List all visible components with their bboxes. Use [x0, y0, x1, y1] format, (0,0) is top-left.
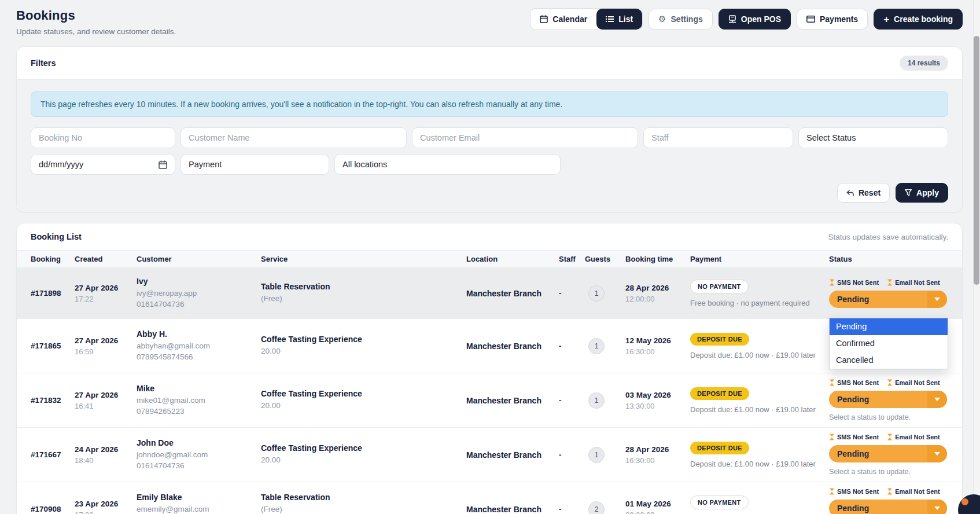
column-header: Payment	[690, 255, 829, 263]
customer-phone: 01614704736	[137, 461, 261, 471]
list-view-button[interactable]: List	[596, 9, 642, 30]
autosave-note: Status updates save automatically.	[828, 233, 948, 241]
email-status-label: Email Not Sent	[895, 279, 940, 286]
table-header-row: BookingCreatedCustomerServiceLocationSta…	[17, 250, 962, 268]
customer-cell: Emily Blake ememily@gmail.com 0739465263	[137, 493, 261, 514]
guests-cell: 1	[585, 392, 625, 409]
location-cell: Manchester Branch	[466, 396, 559, 405]
column-header: Customer	[137, 255, 261, 263]
status-caret-button[interactable]	[927, 291, 947, 308]
column-header: Booking	[31, 255, 75, 263]
created-cell: 27 Apr 2026 16:59	[75, 336, 137, 356]
column-header: Guests	[585, 255, 625, 263]
status-dropdown[interactable]: Pending	[829, 445, 947, 462]
status-caret-button[interactable]	[927, 445, 947, 462]
status-cell: SMS Not Sent Email Not Sent Pending Sele…	[829, 434, 948, 476]
status-dropdown[interactable]: Pending	[829, 291, 947, 308]
staff-cell: -	[559, 289, 585, 298]
payment-note: Deposit due: £1.00 now · £19.00 later	[690, 405, 829, 414]
created-time: 18:40	[75, 456, 137, 465]
status-dropdown[interactable]: Pending	[829, 391, 947, 408]
hourglass-icon	[829, 279, 835, 286]
status-option-cancelled[interactable]: Cancelled	[830, 352, 948, 369]
view-switcher: Calendar List	[530, 8, 643, 30]
booking-time-cell: 01 May 2026 09:00:00	[625, 500, 690, 514]
open-pos-button[interactable]: Open POS	[719, 9, 791, 30]
location-filter-value: All locations	[342, 160, 387, 169]
payment-note: Free booking · no payment required	[690, 299, 829, 307]
payments-button[interactable]: Payments	[797, 9, 868, 30]
reset-button[interactable]: Reset	[837, 183, 890, 203]
created-date: 27 Apr 2026	[75, 391, 137, 399]
date-picker-calendar-icon[interactable]	[159, 160, 167, 169]
customer-email: mike01@gmail.com	[137, 395, 261, 406]
bookings-page: Bookings Update statuses, and review cus…	[0, 0, 980, 514]
sms-status-label: SMS Not Sent	[837, 434, 879, 440]
email-status: Email Not Sent	[887, 488, 940, 495]
status-option-confirmed[interactable]: Confirmed	[830, 335, 948, 352]
chevron-down-icon	[934, 452, 940, 456]
payment-badge: NO PAYMENT	[690, 495, 749, 509]
customer-email: ivy@neropay.app	[137, 288, 261, 299]
page-scrollbar-thumb[interactable]	[974, 36, 979, 285]
settings-button[interactable]: ⚙ Settings	[649, 9, 713, 30]
hourglass-icon	[887, 279, 893, 286]
create-booking-button[interactable]: + Create booking	[874, 9, 963, 30]
created-date: 23 Apr 2026	[75, 500, 137, 508]
date-filter-input[interactable]: dd/mm/yyyy	[31, 154, 175, 175]
sms-status-label: SMS Not Sent	[837, 279, 879, 286]
customer-name-input[interactable]	[180, 127, 407, 148]
status-filter-select[interactable]: Select Status	[798, 127, 948, 148]
filters-header: Filters 14 results	[17, 47, 962, 79]
booking-no-input[interactable]	[31, 127, 175, 148]
staff-input[interactable]	[643, 127, 793, 148]
created-cell: 27 Apr 2026 17:22	[75, 284, 137, 303]
payment-filter-select[interactable]: Payment	[180, 154, 329, 175]
payment-cell: DEPOSIT DUE Deposit due: £1.00 now · £19…	[690, 387, 829, 414]
refresh-notice-banner: This page refreshes every 10 minutes. If…	[31, 91, 948, 117]
chevron-down-icon	[934, 506, 940, 510]
payment-note: Deposit due: £1.00 now · £19.00 later	[690, 351, 829, 359]
open-pos-label: Open POS	[741, 14, 781, 24]
booking-date: 28 Apr 2026	[625, 445, 690, 454]
status-notifications: SMS Not Sent Email Not Sent	[829, 434, 947, 440]
customer-name: Emily Blake	[137, 493, 261, 502]
status-cell: SMS Not Sent Email Not Sent Pending Pend…	[829, 279, 948, 308]
location-filter-select[interactable]: All locations	[334, 154, 561, 175]
status-option-pending[interactable]: Pending	[830, 318, 948, 335]
staff-cell: -	[559, 342, 585, 350]
column-header: Created	[75, 255, 137, 263]
apply-button[interactable]: Apply	[896, 183, 948, 203]
status-filter-value: Select Status	[806, 133, 856, 142]
status-dropdown[interactable]: Pending	[829, 500, 947, 514]
location-cell: Manchester Branch	[466, 342, 559, 351]
guests-cell: 1	[585, 285, 625, 302]
created-time: 17:00	[75, 511, 137, 514]
customer-email: abbyhan@gmail.com	[137, 341, 261, 351]
guests-cell: 1	[585, 447, 625, 463]
service-cell: Coffee Tasting Experience 20.00	[261, 443, 466, 465]
page-subtitle: Update statuses, and review customer det…	[16, 27, 176, 36]
calendar-view-button[interactable]: Calendar	[530, 9, 596, 30]
customer-name: Mike	[137, 384, 261, 393]
status-value: Pending	[829, 295, 869, 304]
guests-count-badge: 1	[588, 447, 605, 463]
column-header: Service	[261, 255, 466, 263]
sms-status: SMS Not Sent	[829, 279, 879, 286]
status-helper: Select a status to update.	[829, 413, 947, 421]
table-row: #171832 27 Apr 2026 16:41 Mike mike01@gm…	[17, 373, 962, 428]
guests-cell: 2	[585, 501, 625, 514]
email-status: Email Not Sent	[887, 279, 940, 286]
customer-name: Abby H.	[137, 329, 261, 339]
staff-cell: -	[559, 450, 585, 459]
booking-list-header: Booking List Status updates save automat…	[17, 223, 962, 250]
status-caret-button[interactable]	[927, 391, 947, 408]
filter-row-1: Select Status	[31, 127, 948, 148]
created-cell: 24 Apr 2026 18:40	[75, 445, 137, 465]
booking-time-cell: 03 May 2026 13:30:00	[625, 391, 690, 410]
reset-label: Reset	[859, 188, 880, 197]
status-value: Pending	[829, 504, 869, 513]
sms-status-label: SMS Not Sent	[837, 488, 879, 495]
customer-email-input[interactable]	[412, 127, 638, 148]
status-caret-button[interactable]	[927, 500, 947, 514]
